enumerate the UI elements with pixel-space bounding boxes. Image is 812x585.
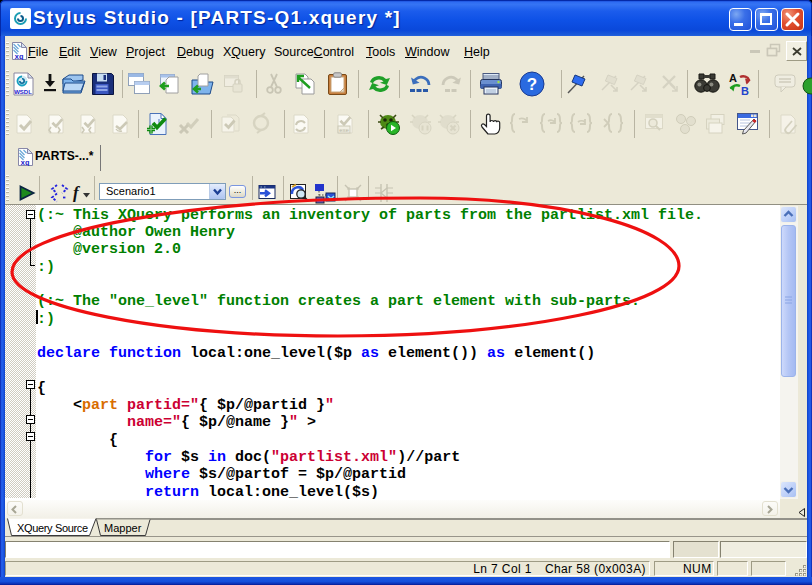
svg-text:B: B xyxy=(741,85,749,97)
svg-text:xq: xq xyxy=(14,53,23,61)
svg-text:exe: exe xyxy=(339,127,349,133)
svg-text:WSDL: WSDL xyxy=(14,89,32,95)
svg-text:A: A xyxy=(729,72,737,84)
svg-text:?: ? xyxy=(527,75,537,94)
svg-text:f: f xyxy=(73,183,81,202)
svg-text:xq: xq xyxy=(20,159,29,167)
svg-text:Mapper: Mapper xyxy=(104,522,142,534)
svg-text:XQuery Source: XQuery Source xyxy=(17,522,88,534)
